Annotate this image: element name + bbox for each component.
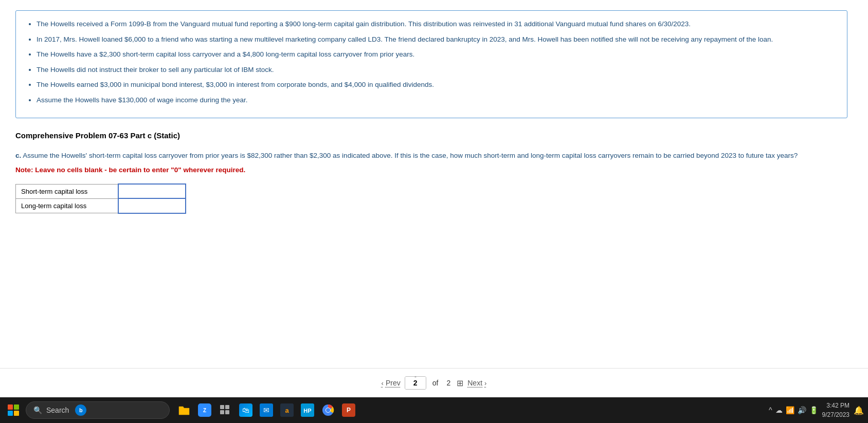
search-bar[interactable]: 🔍 Search b: [26, 401, 170, 419]
page-number-input[interactable]: [405, 377, 426, 389]
main-content: The Howells received a Form 1099-B from …: [0, 0, 868, 397]
bullet-item-3: The Howells have a $2,300 short-term cap…: [37, 49, 837, 60]
system-tray-expand-icon[interactable]: ^: [769, 406, 772, 414]
prev-button[interactable]: ‹ Prev: [382, 379, 401, 387]
short-term-label: Short-term capital loss: [16, 185, 119, 199]
battery-icon[interactable]: 🔋: [809, 406, 818, 414]
scrollable-area[interactable]: The Howells received a Form 1099-B from …: [0, 0, 868, 368]
chrome-icon: [322, 404, 334, 416]
ms-store-icon: 🛍: [239, 403, 252, 417]
page-input-container: 6: [405, 376, 426, 390]
taskbar-myhp[interactable]: HP: [298, 401, 317, 419]
clock-time: 3:42 PM: [822, 401, 849, 410]
note-text: Note: Leave no cells blank - be certain …: [15, 166, 847, 174]
notification-button[interactable]: 🔔: [854, 405, 864, 415]
amazon-icon: a: [280, 403, 294, 417]
problem-title: Comprehensive Problem 07-63 Part c (Stat…: [15, 131, 847, 140]
file-explorer-icon: [178, 404, 190, 416]
wifi-icon[interactable]: 📶: [786, 406, 794, 414]
bullet-item-2: In 2017, Mrs. Howell loaned $6,000 to a …: [37, 34, 837, 45]
taskbar-right: ^ ☁ 📶 🔊 🔋 3:42 PM 9/27/2023 🔔: [769, 401, 864, 419]
mail-icon: ✉: [260, 403, 273, 417]
onedrive-icon[interactable]: ☁: [775, 406, 783, 414]
bullet-item-6: Assume the Howells have $130,000 of wage…: [37, 95, 837, 106]
zoom-icon: Z: [198, 403, 211, 417]
svg-rect-2: [220, 410, 224, 414]
short-term-input-cell[interactable]: [119, 185, 186, 199]
svg-rect-1: [225, 405, 229, 409]
windows-start-button[interactable]: [4, 401, 23, 419]
problem-text: Assume the Howells' short-term capital l…: [23, 152, 798, 159]
taskbar-powerpoint[interactable]: P: [339, 401, 358, 419]
long-term-input-cell[interactable]: [119, 199, 186, 213]
search-text: Search: [46, 406, 69, 414]
taskbar-chrome[interactable]: [319, 401, 337, 419]
grid-icon: ⊞: [457, 379, 463, 388]
total-pages: 2: [446, 379, 450, 387]
of-text: of: [432, 379, 439, 387]
taskbar-ms-store[interactable]: 🛍: [237, 401, 255, 419]
taskbar-zoom[interactable]: Z: [195, 401, 214, 419]
taskbar-amazon[interactable]: a: [278, 401, 296, 419]
info-box: The Howells received a Form 1099-B from …: [15, 10, 847, 118]
part-label: c.: [15, 152, 21, 159]
next-button[interactable]: Next ›: [467, 379, 486, 387]
svg-rect-3: [225, 410, 229, 414]
chevron-right-icon: ›: [484, 379, 486, 387]
pagination-bar: ‹ Prev 6 of 2 ⊞ Next ›: [0, 368, 868, 397]
long-term-label: Long-term capital loss: [16, 199, 119, 213]
myhp-icon: HP: [301, 403, 314, 417]
next-label: Next: [467, 379, 482, 387]
bullet-item-1: The Howells received a Form 1099-B from …: [37, 19, 837, 30]
long-term-capital-loss-input[interactable]: [119, 199, 185, 213]
svg-text:HP: HP: [303, 408, 311, 414]
clock-date: 9/27/2023: [822, 410, 849, 419]
problem-body: c. Assume the Howells' short-term capita…: [15, 150, 847, 161]
taskbar: 🔍 Search b Z 🛍 ✉: [0, 397, 868, 423]
windows-logo: [8, 404, 19, 416]
svg-point-8: [326, 408, 330, 412]
bullet-list: The Howells received a Form 1099-B from …: [26, 19, 837, 106]
notification-icon: 🔔: [854, 406, 864, 415]
taskview-icon: [220, 404, 231, 416]
chevron-left-icon: ‹: [382, 379, 384, 387]
volume-icon[interactable]: 🔊: [798, 406, 806, 414]
table-row-long-term: Long-term capital loss: [16, 199, 186, 213]
short-term-capital-loss-input[interactable]: [119, 185, 185, 198]
answer-table: Short-term capital loss Long-term capita…: [15, 184, 186, 213]
taskbar-file-explorer[interactable]: [175, 401, 193, 419]
bullet-item-5: The Howells earned $3,000 in municipal b…: [37, 79, 837, 90]
bing-logo: b: [75, 404, 86, 416]
powerpoint-icon: P: [342, 403, 355, 417]
search-icon: 🔍: [33, 406, 42, 414]
clock[interactable]: 3:42 PM 9/27/2023: [822, 401, 849, 419]
taskbar-mail[interactable]: ✉: [257, 401, 276, 419]
system-tray: ^ ☁ 📶 🔊 🔋: [769, 406, 818, 414]
table-row-short-term: Short-term capital loss: [16, 185, 186, 199]
page-indicator: 6: [414, 376, 417, 378]
svg-rect-0: [220, 405, 224, 409]
taskbar-app-icons: Z 🛍 ✉ a HP: [175, 401, 358, 419]
taskbar-taskview[interactable]: [216, 401, 234, 419]
grid-view-button[interactable]: ⊞: [457, 378, 463, 388]
bullet-item-4: The Howells did not instruct their broke…: [37, 64, 837, 76]
prev-label: Prev: [386, 379, 401, 387]
